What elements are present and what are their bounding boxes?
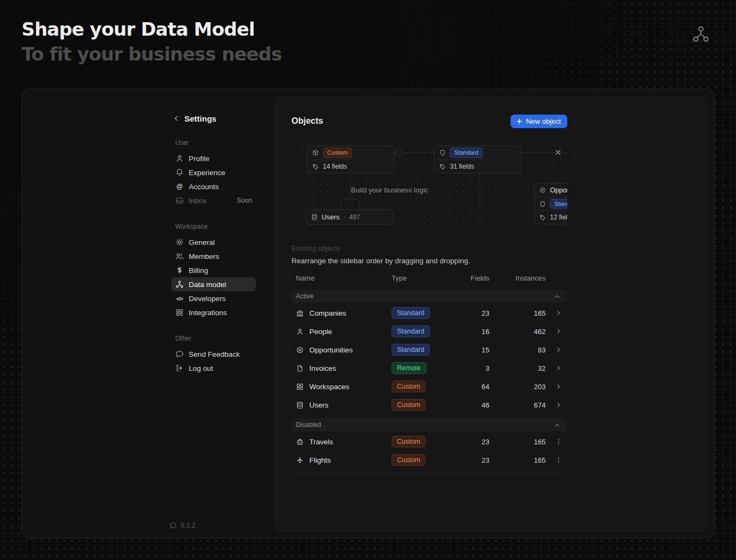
chevron-right-icon[interactable]: [555, 346, 562, 354]
database-icon: [311, 214, 318, 221]
database-icon: [296, 401, 304, 409]
sidebar-item-accounts[interactable]: @ Accounts: [171, 179, 256, 194]
page-subtitle: To fit your business needs: [22, 43, 282, 65]
version-number: 0.1.2: [181, 522, 196, 529]
logout-icon: [175, 364, 184, 372]
dots-vertical-icon: [555, 438, 562, 445]
connector-junction[interactable]: [395, 149, 402, 156]
inbox-icon: [175, 196, 184, 205]
settings-title: Settings: [184, 114, 216, 123]
grid-icon: [175, 308, 184, 317]
sidebar-item-billing[interactable]: $ Billing: [171, 263, 256, 277]
group-header-disabled[interactable]: Disabled: [291, 418, 567, 431]
tag-icon: [312, 163, 319, 170]
graph-node-custom[interactable]: Custom 14 fields: [307, 145, 394, 174]
sidebar-item-send-feedback[interactable]: Send Feedback: [171, 347, 256, 361]
sidebar-item-profile[interactable]: Profile: [171, 151, 256, 165]
table-row-travels[interactable]: Travels Custom 23 165: [291, 432, 567, 451]
connector-line: [480, 174, 480, 227]
type-badge: Standard: [392, 344, 430, 356]
column-instances: Instances: [489, 274, 546, 282]
dots-vertical-icon: [555, 456, 562, 464]
code-icon: </>: [175, 296, 184, 302]
row-menu-button[interactable]: [546, 456, 567, 464]
hero: Shape your Data Model To fit your busine…: [22, 18, 282, 65]
target-icon: [296, 346, 304, 354]
gear-icon: [175, 238, 184, 246]
table-row-invoices[interactable]: Invoices Remote 3 32: [291, 359, 567, 377]
table-row-people[interactable]: People Standard 16 462: [291, 322, 567, 341]
standard-badge: Standard: [450, 148, 483, 158]
sidebar-item-general[interactable]: General: [171, 235, 256, 249]
sidebar-item-inbox[interactable]: Inbox Soon: [171, 194, 256, 208]
graph-node-opportunities[interactable]: Opportunities Standard 12 fields: [534, 183, 567, 224]
chevron-up-icon: [554, 422, 561, 429]
users-count: 497: [349, 214, 360, 221]
group-header-active[interactable]: Active: [291, 290, 567, 303]
connector-merge: [340, 199, 360, 209]
sidebar-item-integrations[interactable]: Integrations: [171, 305, 256, 319]
section-label-workspace: Workspace: [175, 223, 256, 230]
cube-icon: [312, 149, 319, 156]
row-menu-button[interactable]: [546, 438, 567, 445]
table-divider: [291, 474, 567, 474]
user-icon: [175, 154, 184, 163]
graph-node-standard[interactable]: Standard 31 fields: [434, 145, 521, 174]
type-badge: Custom: [392, 436, 426, 448]
at-icon: @: [175, 183, 184, 190]
sidebar-item-experience[interactable]: Experience: [171, 165, 256, 179]
graph-node-users[interactable]: Users · 497: [306, 209, 394, 225]
object-graph-canvas[interactable]: Custom 14 fields Standard 31 fields: [291, 143, 567, 227]
suitcase-icon: [296, 438, 304, 446]
type-badge: Custom: [392, 399, 426, 411]
shield-icon: [539, 201, 546, 208]
chevron-right-icon[interactable]: [555, 309, 562, 317]
chat-icon: [175, 350, 184, 358]
type-badge: Standard: [392, 307, 430, 319]
chevron-up-icon: [554, 293, 561, 300]
sidebar-item-log-out[interactable]: Log out: [171, 361, 256, 375]
github-icon: [169, 522, 177, 529]
tag-icon: [439, 163, 446, 170]
close-icon[interactable]: [554, 149, 562, 156]
page-title: Shape your Data Model: [22, 18, 282, 40]
bell-icon: [175, 168, 184, 177]
settings-window: Settings User Profile Experience @ Accou…: [22, 89, 714, 538]
table-row-workspaces[interactable]: Workspaces Custom 64 203: [291, 377, 567, 396]
user-icon: [296, 328, 304, 336]
existing-objects-heading: Existing objects: [291, 244, 567, 252]
section-label-other: Other: [175, 335, 256, 342]
new-object-button[interactable]: New object: [510, 115, 567, 128]
data-model-icon: [175, 280, 184, 289]
type-badge: Standard: [392, 325, 430, 337]
table-row-users[interactable]: Users Custom 46 674: [291, 396, 567, 414]
type-badge: Custom: [392, 454, 426, 466]
table-header: Name Type Fields Instances: [291, 270, 567, 285]
data-model-icon: [692, 25, 710, 43]
dollar-icon: $: [175, 266, 184, 274]
sidebar-item-members[interactable]: Members: [171, 249, 256, 263]
type-badge: Custom: [392, 381, 426, 392]
users-icon: [175, 252, 184, 261]
settings-back-button[interactable]: Settings: [171, 113, 256, 124]
type-badge: Remote: [392, 362, 426, 374]
dot-separator: ·: [343, 214, 346, 221]
building-icon: [296, 309, 304, 317]
chevron-right-icon[interactable]: [555, 401, 562, 409]
soon-badge: Soon: [237, 197, 252, 204]
chevron-right-icon[interactable]: [555, 364, 562, 372]
sidebar-item-developers[interactable]: </> Developers: [171, 291, 256, 305]
table-row-opportunities[interactable]: Opportunities Standard 15 83: [291, 341, 567, 359]
shield-icon: [439, 149, 446, 156]
custom-badge: Custom: [323, 148, 352, 158]
connector-line: [398, 143, 399, 149]
objects-title: Objects: [291, 116, 323, 126]
sidebar-item-data-model[interactable]: Data model: [171, 277, 256, 291]
objects-panel: Objects New object Custom: [275, 97, 706, 531]
plane-icon: [296, 456, 304, 464]
table-row-flights[interactable]: Flights Custom 23 165: [291, 451, 567, 469]
chevron-right-icon[interactable]: [555, 383, 562, 390]
chevron-right-icon[interactable]: [555, 328, 562, 335]
table-row-companies[interactable]: Companies Standard 23 165: [291, 304, 567, 322]
version-info: 0.1.2: [169, 522, 196, 529]
